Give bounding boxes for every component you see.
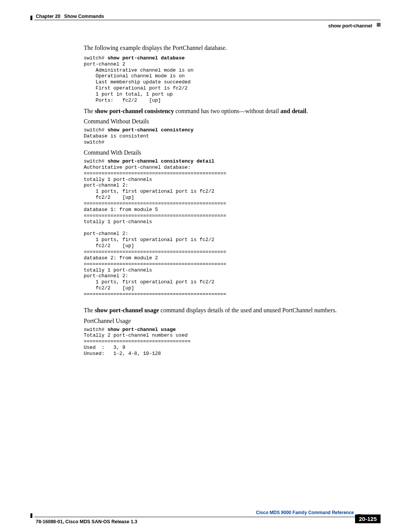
chapter-heading: Chapter 20Show Commands bbox=[36, 14, 104, 19]
cli-example-3: switch# show port-channel consistency de… bbox=[84, 158, 381, 297]
header-square-decor bbox=[377, 23, 381, 27]
chapter-title: Show Commands bbox=[64, 14, 104, 19]
para3-text: The bbox=[84, 307, 95, 313]
page: Chapter 20Show Commands show port-channe… bbox=[0, 0, 411, 532]
intro-paragraph-2: The show port-channel consistency comman… bbox=[84, 107, 381, 115]
para2-bold2: and detail bbox=[280, 108, 306, 114]
cli-prompt: switch# bbox=[84, 327, 107, 332]
para2-command: show port-channel consistency bbox=[95, 108, 174, 114]
cli-command: show port-channel database bbox=[107, 55, 185, 61]
intro-paragraph-3: The show port-channel usage command disp… bbox=[84, 307, 381, 315]
cli-prompt: switch# bbox=[84, 127, 107, 133]
main-content: The following example displays the PortC… bbox=[84, 44, 381, 361]
cli-command: show port-channel consistency detail bbox=[107, 158, 214, 164]
cli-output: Totally 2 port-channel numbers used ====… bbox=[84, 332, 191, 356]
spacer bbox=[84, 301, 381, 307]
footer-page-number: 20-125 bbox=[355, 514, 381, 523]
para3-command: show port-channel usage bbox=[95, 307, 159, 313]
header-bar-decor bbox=[30, 16, 32, 20]
subhead-usage: PortChannel Usage bbox=[84, 318, 381, 324]
intro-paragraph-1: The following example displays the PortC… bbox=[84, 44, 381, 52]
running-head-command: show port-channel bbox=[328, 23, 372, 29]
footer-rule bbox=[34, 517, 381, 517]
cli-example-2: switch# show port-channel consistency Da… bbox=[84, 127, 381, 145]
subhead-without-details: Command Without Details bbox=[84, 118, 381, 125]
subhead-with-details: Command With Details bbox=[84, 149, 381, 156]
para3-end: command displays details of the used and… bbox=[159, 307, 337, 313]
cli-output: port-channel 2 Administrative channel mo… bbox=[84, 61, 194, 103]
cli-output: Database is consistent switch# bbox=[84, 133, 149, 145]
cli-prompt: switch# bbox=[84, 55, 107, 61]
cli-command: show port-channel consistency bbox=[107, 127, 193, 133]
chapter-number: Chapter 20 bbox=[36, 14, 61, 19]
cli-prompt: switch# bbox=[84, 158, 107, 164]
para2-text: The bbox=[84, 108, 95, 114]
cli-command: show port-channel usage bbox=[107, 327, 175, 332]
header-rule bbox=[34, 20, 381, 20]
footer-bar-decor bbox=[30, 513, 32, 518]
footer-reference-title: Cisco MDS 9000 Family Command Reference bbox=[256, 510, 354, 515]
para2-end: . bbox=[306, 108, 308, 114]
cli-example-1: switch# show port-channel database port-… bbox=[84, 55, 381, 104]
para2-text-mid: command has two options—without detail bbox=[174, 108, 280, 114]
cli-example-4: switch# show port-channel usage Totally … bbox=[84, 327, 381, 357]
cli-output: Authoritative port-channel database: ===… bbox=[84, 165, 226, 297]
footer-doc-id: 78-16088-01, Cisco MDS SAN-OS Release 1.… bbox=[36, 519, 137, 524]
